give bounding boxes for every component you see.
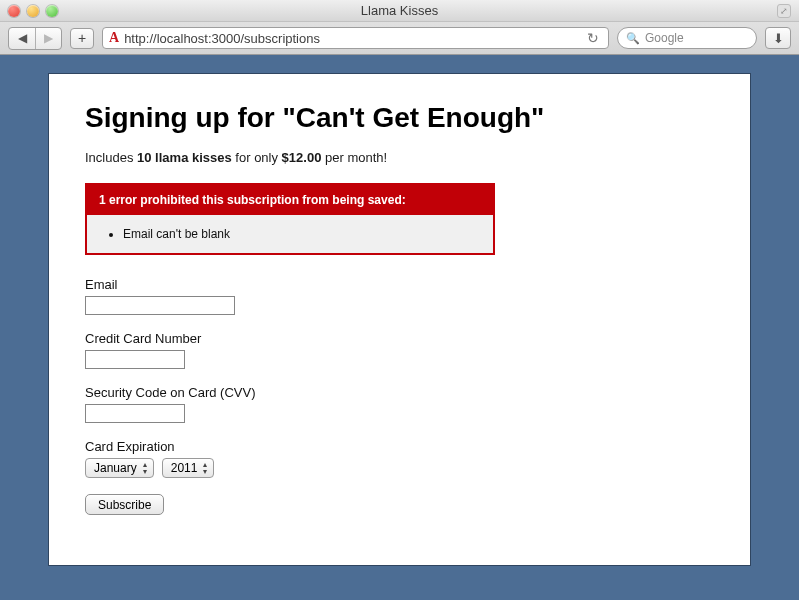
close-window-button[interactable] (8, 5, 20, 17)
browser-toolbar: ◀ ▶ + A http://localhost:3000/subscripti… (0, 22, 799, 54)
search-placeholder: Google (645, 31, 684, 45)
expiration-year-select[interactable]: 2011 ▴▾ (162, 458, 215, 478)
minimize-window-button[interactable] (27, 5, 39, 17)
expiration-month-value: January (94, 461, 137, 475)
error-heading: 1 error prohibited this subscription fro… (87, 185, 493, 215)
expiration-year-value: 2011 (171, 461, 198, 475)
browser-chrome: Llama Kisses ⤢ ◀ ▶ + A http://localhost:… (0, 0, 799, 55)
page-viewport: Signing up for "Can't Get Enough" Includ… (0, 55, 799, 600)
titlebar: Llama Kisses ⤢ (0, 0, 799, 22)
cvv-label: Security Code on Card (CVV) (85, 385, 714, 400)
nav-buttons: ◀ ▶ (8, 27, 62, 50)
expiration-label: Card Expiration (85, 439, 714, 454)
reload-icon[interactable]: ↻ (584, 29, 602, 47)
page-heading: Signing up for "Can't Get Enough" (85, 102, 714, 134)
expiration-month-select[interactable]: January ▴▾ (85, 458, 154, 478)
chevron-updown-icon: ▴▾ (203, 461, 207, 475)
chevron-updown-icon: ▴▾ (143, 461, 147, 475)
email-label: Email (85, 277, 714, 292)
url-bar[interactable]: A http://localhost:3000/subscriptions ↻ (102, 27, 609, 49)
window-title: Llama Kisses (0, 3, 799, 18)
search-icon: 🔍 (626, 32, 640, 45)
error-explanation: 1 error prohibited this subscription fro… (85, 183, 495, 255)
cvv-input[interactable] (85, 404, 185, 423)
subscribe-button[interactable]: Subscribe (85, 494, 164, 515)
search-bar[interactable]: 🔍 Google (617, 27, 757, 49)
zoom-window-button[interactable] (46, 5, 58, 17)
email-field-group: Email (85, 277, 714, 315)
plan-description: Includes 10 llama kisses for only $12.00… (85, 150, 714, 165)
error-list: Email can't be blank (87, 215, 493, 253)
email-input[interactable] (85, 296, 235, 315)
url-text: http://localhost:3000/subscriptions (124, 31, 320, 46)
forward-button[interactable]: ▶ (35, 28, 61, 49)
fullscreen-button[interactable]: ⤢ (777, 4, 791, 18)
back-button[interactable]: ◀ (9, 28, 35, 49)
add-bookmark-button[interactable]: + (70, 28, 94, 49)
window-controls (8, 5, 58, 17)
favicon-icon: A (109, 30, 119, 46)
cc-field-group: Credit Card Number (85, 331, 714, 369)
cc-input[interactable] (85, 350, 185, 369)
cc-label: Credit Card Number (85, 331, 714, 346)
cvv-field-group: Security Code on Card (CVV) (85, 385, 714, 423)
error-item: Email can't be blank (123, 227, 481, 241)
expiration-field-group: Card Expiration January ▴▾ 2011 ▴▾ (85, 439, 714, 478)
downloads-button[interactable]: ⬇ (765, 27, 791, 49)
page-content: Signing up for "Can't Get Enough" Includ… (48, 73, 751, 566)
submit-group: Subscribe (85, 494, 714, 515)
